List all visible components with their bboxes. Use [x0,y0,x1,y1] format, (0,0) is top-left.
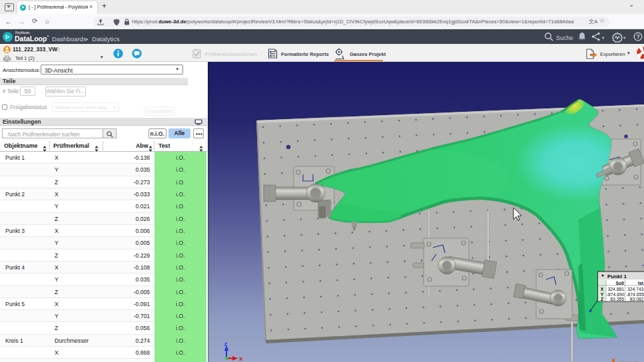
svg-text:Ist: Ist [638,281,644,285]
svg-text:Soll: Soll [616,281,625,285]
svg-text:-874.655: -874.655 [626,292,644,297]
svg-text:Z: Z [601,297,603,301]
svg-text:X: X [601,287,604,291]
svg-text:324.881: 324.881 [607,287,624,291]
svg-text:Punkt 1: Punkt 1 [607,273,627,279]
svg-text:?: ? [636,33,639,40]
svg-text:-874.690: -874.690 [607,292,625,297]
svg-text:X: X [239,356,243,362]
svg-text:83.082: 83.082 [630,297,644,301]
svg-text:Z: Z [224,341,228,347]
svg-text:Y: Y [601,292,604,297]
svg-text:Speedte: Speedte [620,359,641,362]
svg-text:83.355: 83.355 [610,297,624,301]
svg-text:324.743: 324.743 [627,287,644,291]
